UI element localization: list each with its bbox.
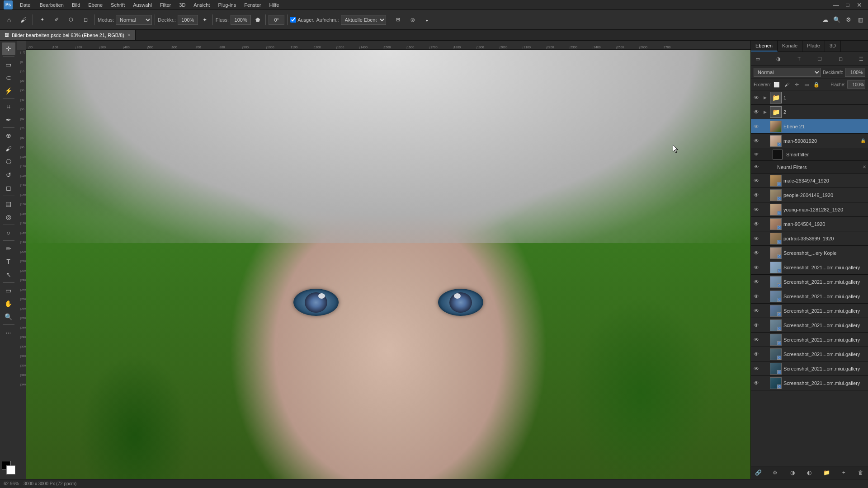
blend-mode-select[interactable]: Normal — [754, 68, 821, 77]
normal-layer-icon[interactable]: ▭ — [753, 54, 763, 64]
brush-tool[interactable]: 🖌 — [2, 142, 15, 155]
layer-chain-link[interactable] — [762, 366, 768, 372]
layer-chain-link[interactable] — [762, 279, 768, 285]
ausger-checkbox[interactable] — [290, 17, 296, 23]
layer-chain-link[interactable] — [762, 138, 768, 144]
lock-transparent-btn[interactable]: ⬜ — [773, 80, 781, 89]
canvas-area[interactable]: 30 100 200 300 400 500 600 700 800 900 1… — [17, 41, 750, 479]
sublayer-item[interactable]: 👁 Neural Filters ✕ — [751, 161, 868, 174]
layer-visibility-toggle[interactable]: 👁 — [753, 307, 760, 314]
tab-close-btn[interactable]: ✕ — [127, 33, 131, 38]
tab-3d[interactable]: 3D — [825, 41, 841, 52]
stamp-tool[interactable]: ⎔ — [2, 155, 15, 168]
menu-bild[interactable]: Bild — [68, 1, 84, 9]
menu-plugins[interactable]: Plug-ins — [214, 1, 240, 9]
layer-visibility-toggle[interactable]: 👁 — [753, 108, 760, 116]
cloud-icon[interactable]: ☁ — [820, 15, 830, 25]
layer-item[interactable]: 👁 ⬡ Screenshot_2021...om.miui.gallery — [751, 347, 868, 361]
layer-item[interactable]: 👁 ▶ 📁 1 — [751, 90, 868, 105]
menu-fenster[interactable]: Fenster — [241, 1, 264, 9]
gradient-tool[interactable]: ▤ — [2, 197, 15, 210]
sublayer-item[interactable]: 👁 Smartfilter — [751, 148, 868, 161]
layer-chain-link[interactable] — [762, 322, 768, 328]
add-style-btn[interactable]: ⚙ — [771, 468, 780, 477]
layer-visibility-toggle[interactable]: 👁 — [753, 351, 760, 358]
eyedropper-tool[interactable]: ✒ — [2, 113, 15, 126]
shape-tool[interactable]: ▭ — [2, 284, 15, 297]
layer-item[interactable]: 👁 ⬡ Screenshot_2021...om.miui.gallery — [751, 318, 868, 333]
layer-visibility-toggle[interactable]: 👁 — [753, 365, 760, 372]
tab-pfade[interactable]: Pfade — [802, 41, 825, 52]
text-tool[interactable]: T — [2, 255, 15, 268]
dodge-tool[interactable]: ○ — [2, 226, 15, 239]
document-tab[interactable]: 🖼 Bilder bearbeiten.psdc bei 63% (Ebene … — [0, 30, 136, 40]
layer-visibility-toggle[interactable]: 👁 — [753, 94, 760, 101]
home-button[interactable]: ⌂ — [3, 14, 15, 26]
lock-all-btn[interactable]: 🔒 — [812, 80, 821, 89]
tool-btn-2[interactable]: ✐ — [50, 14, 63, 26]
layer-visibility-toggle[interactable]: 👁 — [753, 278, 760, 286]
new-layer-btn[interactable]: + — [839, 468, 848, 477]
angle-input[interactable] — [269, 15, 284, 25]
tab-ebenen[interactable]: Ebenen — [751, 41, 778, 52]
layer-visibility-toggle[interactable]: 👁 — [753, 151, 760, 158]
layer-visibility-toggle[interactable]: 👁 — [753, 164, 760, 171]
layer-item[interactable]: 👁 ⬡ Screenshot_2021...om.miui.gallery — [751, 304, 868, 318]
history-brush[interactable]: ↺ — [2, 169, 15, 181]
delete-layer-btn[interactable]: 🗑 — [856, 468, 865, 477]
lasso-tool[interactable]: ⊂ — [2, 71, 15, 84]
layer-visibility-toggle[interactable]: 👁 — [753, 123, 760, 130]
window-minimize[interactable]: — — [831, 0, 841, 10]
layer-visibility-toggle[interactable]: 👁 — [753, 177, 760, 184]
search-icon[interactable]: 🔍 — [832, 15, 842, 25]
fluss-icon[interactable]: ⬟ — [253, 15, 263, 25]
smooth-btn[interactable]: ◎ — [406, 14, 419, 26]
modus-select[interactable]: Normal — [116, 15, 152, 25]
layer-chain-link[interactable] — [762, 308, 768, 314]
layer-visibility-toggle[interactable]: 👁 — [753, 206, 760, 213]
menu-ansicht[interactable]: Ansicht — [190, 1, 213, 9]
tool-btn-1[interactable]: ✦ — [36, 14, 48, 26]
brush-tool-button[interactable]: 🖌 — [17, 14, 30, 26]
panel-menu-icon[interactable]: ☰ — [856, 54, 866, 64]
canvas-content[interactable] — [26, 50, 750, 479]
layer-chain-link[interactable] — [762, 351, 768, 357]
layer-visibility-toggle[interactable]: 👁 — [753, 249, 760, 257]
layer-chain-link[interactable] — [762, 250, 768, 256]
opacity-input[interactable] — [845, 68, 865, 77]
menu-3d[interactable]: 3D — [175, 1, 189, 9]
lock-pixels-btn[interactable]: 🖌 — [783, 80, 791, 89]
tab-kanaele[interactable]: Kanäle — [778, 41, 802, 52]
layer-item[interactable]: 👁 ⬡ man-59081920 🔒 — [751, 134, 868, 148]
path-select[interactable]: ↖ — [2, 268, 15, 281]
tool-btn-4[interactable]: ◻ — [79, 14, 92, 26]
zoom-tool[interactable]: 🔍 — [2, 310, 15, 323]
hand-tool[interactable]: ✋ — [2, 297, 15, 310]
collapse-arrow[interactable]: ▶ — [762, 109, 768, 115]
new-adjustment-btn[interactable]: ◐ — [805, 468, 814, 477]
layer-visibility-toggle[interactable]: 👁 — [753, 322, 760, 329]
layer-item[interactable]: 👁 ⬡ Screenshot_2021...om.miui.gallery — [751, 289, 868, 304]
adjustment-layer-icon[interactable]: ◑ — [774, 54, 783, 64]
fluss-input[interactable] — [231, 15, 251, 25]
menu-schrift[interactable]: Schrift — [107, 1, 128, 9]
menu-filter[interactable]: Filter — [156, 1, 175, 9]
layer-chain-link[interactable] — [762, 178, 768, 184]
airbrush-icon[interactable]: ✦ — [200, 15, 210, 25]
tool-btn-3[interactable]: ⬡ — [65, 14, 77, 26]
layer-item[interactable]: 👁 ⬡ people-2604149_1920 — [751, 188, 868, 202]
layer-chain-link[interactable] — [762, 221, 768, 227]
layer-visibility-toggle[interactable]: 👁 — [753, 137, 760, 145]
heal-tool[interactable]: ⊕ — [2, 129, 15, 142]
layer-item[interactable]: 👁 ⬡ Screenshot_2021...om.miui.gallery — [751, 333, 868, 347]
layer-item[interactable]: 👁 ⬡ Screenshot_...ery Kopie — [751, 246, 868, 260]
add-mask-btn[interactable]: ◑ — [788, 468, 797, 477]
lock-position-btn[interactable]: ✛ — [793, 80, 801, 89]
crop-tool[interactable]: ⌗ — [2, 100, 15, 113]
layer-item[interactable]: 👁 ⬡ man-904504_1920 — [751, 217, 868, 231]
layer-chain-link[interactable] — [762, 380, 768, 386]
layer-chain-link[interactable] — [762, 192, 768, 198]
collapse-arrow[interactable]: ▶ — [762, 94, 768, 101]
sample-btn[interactable]: ⊞ — [392, 14, 405, 26]
aufnehm-select[interactable]: Aktuelle Ebene — [341, 15, 386, 25]
